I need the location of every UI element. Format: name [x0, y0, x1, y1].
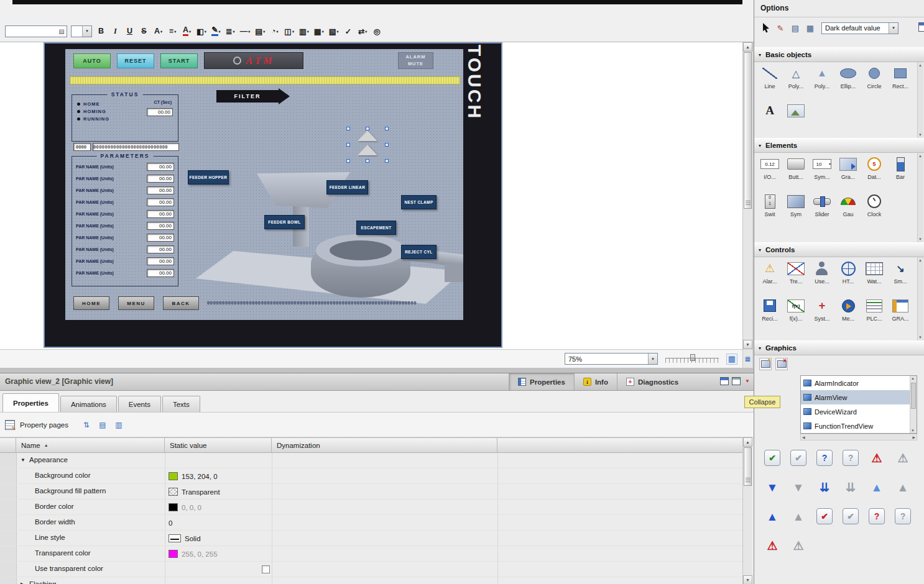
- property-row-transparent-color[interactable]: Transparent color 255, 0, 255: [0, 546, 742, 562]
- scrollbar-thumb[interactable]: [744, 447, 752, 486]
- parameter-value-field[interactable]: 00.00: [147, 269, 174, 277]
- property-group-appearance[interactable]: Appearance: [0, 453, 742, 468]
- graphic-item-devicewizard[interactable]: DeviceWizard: [801, 404, 917, 419]
- panel-divider[interactable]: [0, 368, 754, 373]
- style-edit-icon[interactable]: ✎: [774, 22, 787, 34]
- use-transparent-color-checkbox[interactable]: [262, 565, 270, 573]
- text-field-tool[interactable]: A: [757, 99, 783, 137]
- graphic-preview[interactable]: ⇊: [811, 473, 838, 502]
- distribute-button[interactable]: ▦: [313, 25, 325, 37]
- category-view-icon[interactable]: [113, 419, 124, 431]
- line-style-button[interactable]: ≣: [225, 25, 236, 37]
- arrange-button[interactable]: ▧: [328, 25, 340, 37]
- graphic-preview[interactable]: ✔: [764, 450, 780, 466]
- scrollbar-thumb[interactable]: [911, 383, 916, 409]
- grid-view-icon[interactable]: ▦: [804, 22, 816, 34]
- graphic-preview[interactable]: ✔: [790, 450, 806, 466]
- font-size-button[interactable]: A: [153, 25, 164, 37]
- graphic-preview[interactable]: ▲: [759, 502, 785, 531]
- graphic-preview[interactable]: ?: [816, 450, 833, 466]
- nest-clamp-label[interactable]: NEST CLAMP: [401, 195, 437, 209]
- remove-graphic-button[interactable]: [775, 358, 788, 370]
- reset-button[interactable]: RESET: [117, 53, 154, 68]
- line-spacing-button[interactable]: ≡: [167, 25, 178, 37]
- property-row-background-fill-pattern[interactable]: Background fill pattern Transparent: [0, 484, 742, 500]
- clock-tool[interactable]: Clock: [861, 190, 887, 227]
- property-row-background-color[interactable]: Background color 153, 204, 0: [0, 468, 742, 484]
- palette-scrollbar[interactable]: [917, 62, 923, 138]
- font-size-combo[interactable]: ▾: [71, 25, 92, 37]
- align-objects-button[interactable]: ▥: [298, 25, 310, 37]
- auto-button[interactable]: AUTO: [73, 53, 111, 68]
- selection-handle[interactable]: [346, 127, 350, 130]
- user-view-control[interactable]: Use...: [809, 257, 835, 294]
- scrollbar-corner[interactable]: ▦: [742, 349, 752, 368]
- rectangle-tool[interactable]: Rect...: [887, 62, 913, 99]
- underline-button[interactable]: U: [124, 25, 135, 37]
- reject-cyl-label[interactable]: REJECT CYL: [401, 245, 437, 259]
- zoom-select-button[interactable]: ◎: [371, 25, 382, 37]
- symbol-library-tool[interactable]: Sym: [783, 190, 809, 227]
- style-combo[interactable]: Dark default value ▾: [821, 22, 899, 34]
- counter-long-field[interactable]: 00000000000000000000000000: [93, 143, 179, 151]
- subtab-properties[interactable]: Properties: [2, 393, 59, 412]
- media-player-control[interactable]: Me...: [835, 294, 861, 332]
- subtab-animations[interactable]: Animations: [60, 396, 117, 412]
- symbolic-io-tool[interactable]: 10 Sym...: [809, 153, 835, 190]
- pen-color-button[interactable]: ✎: [211, 25, 221, 37]
- graphic-preview[interactable]: ?: [869, 508, 885, 524]
- splitter-grip-icon[interactable]: [746, 478, 751, 483]
- line-tool[interactable]: Line: [757, 62, 783, 99]
- color-swatch[interactable]: [169, 472, 178, 480]
- selection-handle[interactable]: [385, 143, 389, 147]
- trend-view-control[interactable]: Tre...: [783, 257, 809, 294]
- rotate-button[interactable]: ◔: [269, 25, 280, 37]
- property-group-flashing[interactable]: Flashing: [0, 577, 742, 584]
- properties-tab[interactable]: Properties: [509, 373, 574, 390]
- html-browser-control[interactable]: HT...: [835, 257, 861, 294]
- scroll-up-icon[interactable]: ▲: [743, 437, 752, 447]
- io-field-tool[interactable]: 0.12 I/O...: [757, 153, 783, 190]
- graphic-preview[interactable]: ?: [843, 450, 859, 466]
- selection-handle[interactable]: [346, 159, 350, 163]
- column-static-value[interactable]: Static value: [165, 438, 272, 452]
- palette-scrollbar[interactable]: [917, 257, 923, 340]
- home-button[interactable]: HOME: [73, 296, 109, 310]
- plc-code-view-control[interactable]: PLC...: [861, 294, 887, 332]
- graphic-preview[interactable]: ⚠: [759, 531, 785, 560]
- fill-color-button[interactable]: ◧: [196, 25, 207, 37]
- parameter-value-field[interactable]: 00.00: [147, 186, 174, 194]
- ellipse-tool[interactable]: Ellip...: [835, 62, 861, 99]
- fit-to-screen-button[interactable]: ▦: [726, 354, 737, 365]
- hmi-screen[interactable]: AUTO RESET START ATM ALARM MUTE FILTER: [65, 49, 463, 320]
- back-button[interactable]: BACK: [163, 296, 199, 310]
- graphic-preview[interactable]: ✔: [816, 508, 833, 524]
- graphic-io-tool[interactable]: Gra...: [835, 153, 861, 190]
- parameter-value-field[interactable]: 00.00: [147, 175, 174, 183]
- menu-button[interactable]: MENU: [118, 296, 154, 310]
- graphic-preview[interactable]: ✔: [843, 508, 859, 524]
- tab-order-button[interactable]: ⇄: [357, 25, 367, 37]
- polygon-tool[interactable]: Poly...: [809, 62, 835, 99]
- graphic-preview[interactable]: ⇊: [838, 473, 864, 502]
- selection-handle[interactable]: [366, 127, 369, 130]
- scroll-up-icon[interactable]: ▲: [743, 42, 752, 52]
- escapement-label[interactable]: ESCAPEMENT: [356, 221, 396, 235]
- table-vertical-scrollbar[interactable]: ▲ ▼: [742, 437, 752, 584]
- flip-button[interactable]: ◫: [284, 25, 295, 37]
- selection-handle[interactable]: [385, 127, 389, 130]
- graphic-view-tool[interactable]: [783, 99, 809, 137]
- zoom-slider-thumb[interactable]: [690, 354, 695, 361]
- palette-scrollbar[interactable]: [917, 153, 923, 242]
- feeder-linear-label[interactable]: FEEDER LINEAR: [326, 180, 368, 194]
- switch-tool[interactable]: Swit: [757, 190, 783, 227]
- expand-triangle-icon[interactable]: [21, 582, 24, 584]
- pattern-swatch[interactable]: [169, 488, 178, 496]
- button-tool[interactable]: Butt...: [783, 153, 809, 190]
- graphic-preview[interactable]: ▼: [785, 473, 811, 502]
- color-swatch[interactable]: [169, 550, 178, 558]
- selected-arrow-object[interactable]: [348, 129, 387, 161]
- smart-client-control[interactable]: Sm...: [887, 257, 913, 294]
- add-graphic-button[interactable]: [759, 358, 772, 370]
- selection-handle[interactable]: [346, 143, 350, 147]
